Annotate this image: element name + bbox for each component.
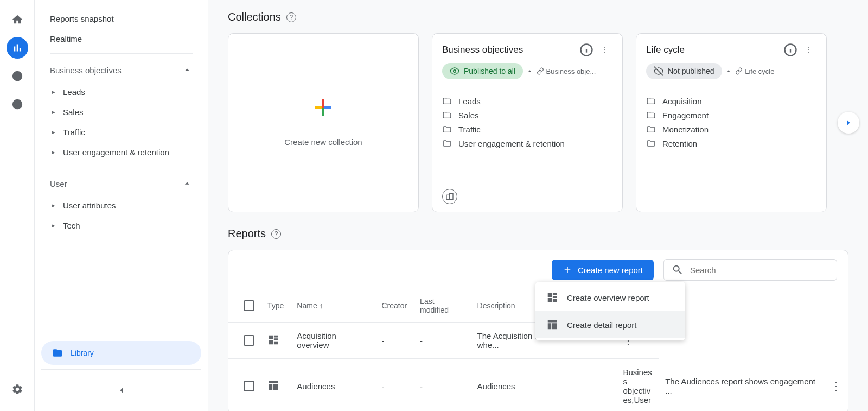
status-chip-unpublished: Not published xyxy=(646,63,722,79)
more-vert-icon[interactable]: ⋮ xyxy=(597,42,612,58)
sidebar-item-user-engagement[interactable]: ▸User engagement & retention xyxy=(41,142,201,162)
column-last-modified[interactable]: Last modified xyxy=(413,289,470,323)
sidebar-item-sales[interactable]: ▸Sales xyxy=(41,102,201,122)
folder-item[interactable]: Acquisition xyxy=(646,94,816,108)
sidebar-group-business-objectives[interactable]: Business objectives xyxy=(41,58,201,82)
caret-right-icon: ▸ xyxy=(52,88,56,96)
cell-collection: Business objectives,User xyxy=(616,359,659,412)
folder-item[interactable]: User engagement & retention xyxy=(442,136,612,150)
sidebar-item-tech[interactable]: ▸Tech xyxy=(41,216,201,236)
search-input[interactable] xyxy=(690,265,829,275)
sidebar-item-user-attributes[interactable]: ▸User attributes xyxy=(41,195,201,216)
cell-description: The Audiences report shows engagement ..… xyxy=(659,359,824,412)
search-box[interactable] xyxy=(663,259,837,281)
collection-card-life-cycle: Life cycle ⋮ Not published • Life cycle xyxy=(636,33,827,212)
business-icon xyxy=(442,189,457,204)
collapse-sidebar-button[interactable] xyxy=(41,378,201,402)
create-report-button[interactable]: Create new report xyxy=(552,260,654,280)
collection-title: Business objectives xyxy=(442,45,523,55)
folder-item[interactable]: Monetization xyxy=(646,122,816,136)
template-link[interactable]: Life cycle xyxy=(735,67,774,75)
svg-rect-7 xyxy=(446,195,449,199)
type-icon-overview xyxy=(261,323,290,359)
column-creator[interactable]: Creator xyxy=(375,289,413,323)
dropdown-item-detail[interactable]: Create detail report xyxy=(535,311,685,338)
caret-right-icon: ▸ xyxy=(52,202,56,209)
info-icon[interactable] xyxy=(579,42,594,58)
caret-right-icon: ▸ xyxy=(52,222,56,229)
collections-row: Create new collection Business objective… xyxy=(228,33,848,212)
next-collections-button[interactable] xyxy=(838,112,859,134)
folder-icon xyxy=(442,124,452,134)
caret-right-icon: ▸ xyxy=(52,109,56,116)
overview-icon xyxy=(546,292,558,303)
dropdown-item-overview[interactable]: Create overview report xyxy=(535,284,685,311)
folder-item[interactable]: Leads xyxy=(442,94,612,108)
template-link[interactable]: Business obje... xyxy=(537,67,596,75)
chevron-right-icon xyxy=(843,117,854,128)
caret-right-icon: ▸ xyxy=(52,149,56,156)
sidebar-group-user[interactable]: User xyxy=(41,172,201,195)
sidebar-item-realtime[interactable]: Realtime xyxy=(41,29,197,49)
folder-icon xyxy=(646,110,656,120)
folder-icon xyxy=(52,347,63,358)
column-name[interactable]: Name↑ xyxy=(290,289,375,323)
folder-item[interactable]: Sales xyxy=(442,108,612,122)
settings-icon[interactable] xyxy=(7,378,28,400)
eye-off-icon xyxy=(654,66,663,76)
cell-name: Audiences xyxy=(290,359,375,412)
caret-right-icon: ▸ xyxy=(52,129,56,136)
create-collection-label: Create new collection xyxy=(284,137,362,147)
folder-item[interactable]: Engagement xyxy=(646,108,816,122)
link-icon xyxy=(537,67,544,75)
folder-item[interactable]: Retention xyxy=(646,136,816,150)
cell-creator: - xyxy=(375,323,413,359)
help-icon[interactable]: ? xyxy=(286,12,296,22)
help-icon[interactable]: ? xyxy=(271,229,281,239)
info-icon[interactable] xyxy=(783,42,798,58)
more-vert-icon[interactable]: ⋮ xyxy=(831,380,841,392)
cell-name: Acquisition overview xyxy=(290,323,375,359)
select-all-checkbox[interactable] xyxy=(244,300,254,311)
folder-icon xyxy=(442,110,452,120)
sidebar: Reports snapshot Realtime Business objec… xyxy=(35,0,208,411)
svg-point-6 xyxy=(454,70,456,73)
reports-icon[interactable] xyxy=(7,37,28,59)
status-chip-published: Published to all xyxy=(442,63,523,79)
search-icon xyxy=(672,264,684,276)
sidebar-item-library[interactable]: Library xyxy=(41,341,201,365)
table-row[interactable]: Audiences - - Audiences Business objecti… xyxy=(228,359,848,412)
svg-point-2 xyxy=(15,102,19,106)
plus-icon xyxy=(563,265,572,275)
link-icon xyxy=(735,67,743,75)
folder-icon xyxy=(646,96,656,106)
sidebar-item-leads[interactable]: ▸Leads xyxy=(41,82,201,102)
main-content: Collections ? Create new collection Busi… xyxy=(208,0,868,411)
cell-last-modified: - xyxy=(413,323,470,359)
row-checkbox[interactable] xyxy=(244,381,254,391)
collection-card-business-objectives: Business objectives ⋮ Published to all •… xyxy=(432,33,623,212)
folder-icon xyxy=(442,96,452,106)
cell-template: Audiences xyxy=(471,359,617,412)
folder-item[interactable]: Traffic xyxy=(442,122,612,136)
home-icon[interactable] xyxy=(7,9,28,30)
folder-icon xyxy=(646,124,656,134)
reports-title: Reports ? xyxy=(228,227,848,240)
divider xyxy=(50,53,193,54)
chevron-left-icon xyxy=(116,385,127,396)
sidebar-item-traffic[interactable]: ▸Traffic xyxy=(41,122,201,142)
advertising-icon[interactable] xyxy=(7,93,28,115)
explore-icon[interactable] xyxy=(7,65,28,87)
folder-icon xyxy=(442,138,452,148)
eye-icon xyxy=(450,66,459,76)
create-report-dropdown: Create overview report Create detail rep… xyxy=(535,282,685,340)
svg-rect-8 xyxy=(449,194,453,200)
more-vert-icon[interactable]: ⋮ xyxy=(801,42,816,58)
row-checkbox[interactable] xyxy=(244,335,254,346)
reports-card: Create new report Create overview report… xyxy=(228,250,848,411)
divider xyxy=(41,369,201,370)
divider xyxy=(50,167,193,167)
create-collection-card[interactable]: Create new collection xyxy=(228,33,419,212)
column-type[interactable]: Type xyxy=(261,289,290,323)
sidebar-item-reports-snapshot[interactable]: Reports snapshot xyxy=(41,9,197,29)
